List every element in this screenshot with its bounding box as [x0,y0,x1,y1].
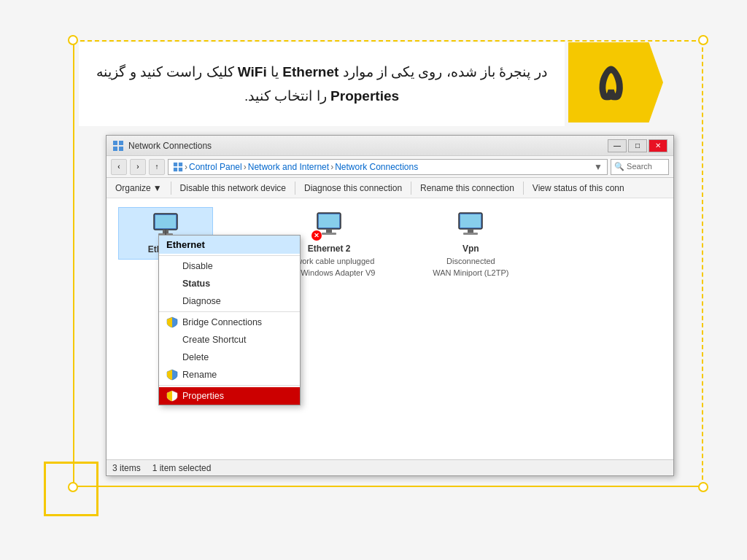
status-bar: 3 items 1 item selected [107,459,673,475]
step-number: ۵ [597,54,624,112]
path-network-internet[interactable]: Network and Internet [248,162,329,172]
rename-label: Rename this connection [420,183,514,193]
ctx-header: Ethernet [159,236,300,254]
forward-button[interactable]: › [130,159,146,175]
vpn-item[interactable]: Vpn Disconnected WAN Miniport (L2TP) [423,207,518,446]
svg-rect-15 [326,229,332,233]
minimize-button[interactable]: — [608,139,627,152]
address-bar: ‹ › ↑ › Control Panel › Network and Inte… [107,156,673,178]
ctx-shortcut-label: Create Shortcut [182,335,247,345]
path-control-panel[interactable]: Control Panel [189,162,242,172]
back-button[interactable]: ‹ [111,159,127,175]
svg-rect-5 [179,162,182,166]
diagnose-button[interactable]: Diagnose this connection [301,182,405,195]
ctx-sep-2 [159,385,300,386]
title-bar: Network Connections — □ ✕ [107,136,673,156]
svg-rect-1 [119,141,123,145]
border-bottom [73,486,703,487]
instruction-area: در پنجرهٔ باز شده، روی یکی از موارد Ethe… [79,42,565,126]
view-status-button[interactable]: View status of this conn [530,182,627,195]
ethernet-item-container: Ethernet Ethernet Disable Status Diagnos… [118,207,213,446]
ctx-diagnose[interactable]: Diagnose [159,292,300,310]
window-icon [112,140,124,152]
vpn-status: Disconnected [446,257,495,265]
ctx-properties[interactable]: Properties [159,387,300,405]
ethernet2-name: Ethernet 2 [308,244,351,254]
toolbar-sep-4 [523,182,524,195]
ctx-bridge[interactable]: Bridge Connections [159,314,300,331]
maximize-button[interactable]: □ [628,139,647,152]
svg-rect-2 [113,147,117,151]
rename-button[interactable]: Rename this connection [417,182,517,195]
view-status-label: View status of this conn [533,183,624,193]
diagnose-label: Diagnose this connection [304,183,402,193]
rename-shield-icon [166,369,178,381]
ctx-rename[interactable]: Rename [159,366,300,384]
window-title: Network Connections [128,141,212,151]
items-count: 3 items [112,463,141,473]
svg-rect-18 [460,214,481,228]
svg-rect-20 [463,233,478,235]
ctx-sep-0 [159,255,300,256]
ctx-shortcut[interactable]: Create Shortcut [159,331,300,349]
disable-button[interactable]: Disable this network device [177,182,289,195]
search-box[interactable]: 🔍 Search [611,159,669,175]
svg-rect-7 [179,167,182,171]
svg-rect-4 [174,162,177,166]
svg-rect-19 [468,229,473,233]
context-menu: Ethernet Disable Status Diagnose [158,235,301,405]
window-controls: — □ ✕ [608,139,667,152]
organize-label: Organize [115,183,151,193]
ethernet2-icon: ✕ [311,211,347,241]
toolbar-sep-3 [411,182,411,195]
ctx-status[interactable]: Status [159,275,300,292]
vpn-name: Vpn [462,244,479,254]
outer-container: ۵ در پنجرهٔ باز شده، روی یکی از موارد Et… [0,0,747,560]
disable-label: Disable this network device [180,183,286,193]
ctx-properties-label: Properties [182,391,224,401]
instruction-text: در پنجرهٔ باز شده، روی یکی از موارد Ethe… [93,61,550,108]
ctx-sep-1 [159,311,300,312]
svg-rect-6 [174,167,177,171]
properties-shield-icon [166,390,178,402]
bridge-shield-icon [166,316,178,328]
ctx-delete[interactable]: Delete [159,349,300,366]
corner-br [698,482,708,492]
content-area: Ethernet Ethernet Disable Status Diagnos… [107,198,673,455]
path-segment-1 [173,162,183,172]
toolbar-sep-1 [171,182,171,195]
selected-count: 1 item selected [152,463,212,473]
explorer-window: Network Connections — □ ✕ ‹ › ↑ › Contro… [106,135,674,476]
corner-tl [68,35,78,45]
ctx-disable[interactable]: Disable [159,257,300,275]
vpn-sub: WAN Miniport (L2TP) [433,268,508,277]
corner-tr [698,35,708,45]
svg-rect-3 [119,147,123,151]
svg-rect-14 [319,214,339,228]
svg-rect-16 [322,233,336,235]
path-network-connections[interactable]: Network Connections [335,162,418,172]
border-left [73,40,74,487]
ctx-bridge-label: Bridge Connections [182,317,262,327]
close-button[interactable]: ✕ [649,139,667,152]
svg-rect-0 [113,141,117,145]
bottom-left-box [44,462,98,516]
organize-button[interactable]: Organize ▼ [112,182,165,195]
toolbar: Organize ▼ Disable this network device D… [107,178,673,198]
svg-rect-9 [155,215,176,228]
address-path[interactable]: › Control Panel › Network and Internet ›… [168,159,608,175]
up-button[interactable]: ↑ [149,159,165,175]
toolbar-sep-2 [295,182,295,195]
vpn-icon [453,211,488,241]
border-top [73,40,703,42]
border-right [702,40,703,487]
step-badge: ۵ [568,42,663,122]
